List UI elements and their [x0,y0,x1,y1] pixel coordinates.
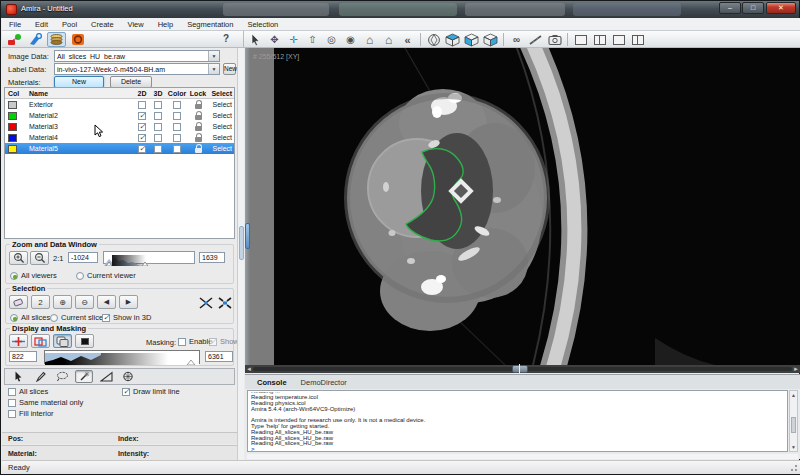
menu-edit[interactable]: Edit [28,20,55,29]
color-checkbox[interactable] [173,112,181,120]
clear-selection-icon[interactable] [9,295,28,309]
scroll-up-icon[interactable]: ▲ [790,391,797,399]
3d-checkbox[interactable] [154,134,162,142]
masking-min-input[interactable] [9,351,37,362]
layout-quad-icon[interactable] [628,32,647,47]
lock-icon[interactable] [195,115,202,120]
slice-overlay-icon[interactable] [31,334,50,348]
blow-tool-icon[interactable] [119,370,137,383]
all-viewers-radio[interactable]: All viewers [10,271,57,280]
view-xy-cube-icon[interactable] [443,32,462,47]
home-icon[interactable]: ⌂ [360,32,379,47]
translate-icon[interactable]: ✛ [284,32,303,47]
data-window-histogram[interactable] [103,251,195,264]
shrink-selection-icon[interactable] [215,295,234,310]
chevron-down-icon[interactable]: ▼ [208,64,219,74]
masking-enable-checkbox[interactable]: Enable [178,337,212,346]
lock-icon[interactable] [195,126,202,131]
show-in-3d-checkbox[interactable]: Show in 3D [102,313,151,322]
all-slices-checkbox[interactable]: All slices [8,387,48,396]
checkbox-icon[interactable] [8,399,16,407]
2d-checkbox[interactable] [138,112,146,120]
3d-checkbox[interactable] [154,101,162,109]
menu-selection[interactable]: Selection [240,20,285,29]
console-prompt[interactable]: > [251,447,787,452]
maximize-button[interactable]: □ [742,2,764,14]
slider-track[interactable] [253,367,792,371]
view-all-icon[interactable]: ◉ [341,32,360,47]
select-link[interactable]: Select [208,101,234,108]
crosshair-icon[interactable] [9,334,28,348]
radio-icon[interactable] [10,272,18,280]
color-swatch[interactable] [8,134,17,142]
checkbox-icon[interactable] [8,388,16,396]
trackball-icon[interactable] [424,32,443,47]
3d-checkbox[interactable] [154,123,162,131]
lasso-tool-icon[interactable] [53,370,71,383]
same-material-only-checkbox[interactable]: Same material only [8,398,83,407]
title-bar[interactable]: Amira - Untitled – □ ✕ [1,1,799,18]
radio-icon[interactable] [76,272,84,280]
close-button[interactable]: ✕ [766,2,796,14]
menu-create[interactable]: Create [84,20,121,29]
slider-handle[interactable] [512,365,528,373]
menu-pool[interactable]: Pool [55,20,84,29]
ct-slice-image[interactable] [245,48,800,365]
object-pool-icon[interactable] [5,32,24,47]
checkbox-icon[interactable] [102,314,110,322]
2d-checkbox[interactable] [138,123,146,131]
zoom-out-icon[interactable] [30,251,49,265]
zoom-in-icon[interactable] [9,251,28,265]
lock-icon[interactable] [195,137,202,142]
slice-viewer[interactable]: # 255/512 [XY] [245,48,800,365]
view-yz-cube-icon[interactable] [481,32,500,47]
chevron-down-icon[interactable]: ▼ [208,51,219,61]
checkbox-icon[interactable] [8,410,16,418]
select-link[interactable]: Select [208,112,234,119]
previous-icon[interactable]: ◀ [97,295,116,309]
rotate-icon[interactable]: ✥ [265,32,284,47]
color-swatch[interactable] [8,145,17,153]
lock-icon[interactable] [195,148,202,153]
color-swatch[interactable] [8,101,17,109]
current-slice-radio[interactable]: Current slice [50,313,103,322]
view-xz-cube-icon[interactable] [462,32,481,47]
console-output[interactable]: Reading ... Reading temperature.icol Rea… [247,390,788,452]
set-home-icon[interactable]: ⌂ [379,32,398,47]
all-slices-radio[interactable]: All slices [10,313,50,322]
material-row-material3[interactable]: Material3 Select [5,121,234,132]
data-window-icon[interactable] [75,334,94,348]
slice-slider-vertical[interactable] [245,48,250,365]
snapshot-icon[interactable] [545,32,564,47]
slice-slider[interactable]: ◄ ► [245,365,800,373]
select-link[interactable]: Select [208,145,234,152]
3d-checkbox[interactable] [154,112,162,120]
scrollbar-handle[interactable] [239,226,244,260]
data-window-max-input[interactable] [199,252,225,263]
seek-icon[interactable]: ◎ [322,32,341,47]
lock-icon[interactable] [195,104,202,109]
slider-right-arrow-icon[interactable]: ► [792,366,800,372]
masking-histogram[interactable] [44,350,200,364]
data-window-min-input[interactable] [68,252,98,263]
tab-demodirector[interactable]: DemoDirector [301,378,347,387]
layout-two-vertical-icon[interactable] [590,32,609,47]
add-selection-icon[interactable]: ⊕ [53,295,72,309]
menu-view[interactable]: View [121,20,151,29]
select-link[interactable]: Select [208,123,234,130]
color-checkbox[interactable] [173,145,181,153]
2d-checkbox[interactable] [138,145,146,153]
material-row-exterior[interactable]: Exterior Select [5,99,234,110]
layout-single-icon[interactable] [571,32,590,47]
current-viewer-radio[interactable]: Current viewer [76,271,136,280]
tab-console[interactable]: Console [257,378,287,387]
undo-selection-icon[interactable]: 2 [31,295,50,309]
material-row-material4[interactable]: Material4 Select [5,132,234,143]
label-data-new-button[interactable]: New [223,63,236,75]
threshold-tool-icon[interactable] [97,370,115,383]
menu-segmentation[interactable]: Segmentation [180,20,240,29]
scroll-down-icon[interactable]: ▼ [790,443,797,451]
radio-icon[interactable] [50,314,58,322]
help-icon[interactable]: ? [223,33,229,44]
fill-interior-checkbox[interactable]: Fill interior [8,409,54,418]
